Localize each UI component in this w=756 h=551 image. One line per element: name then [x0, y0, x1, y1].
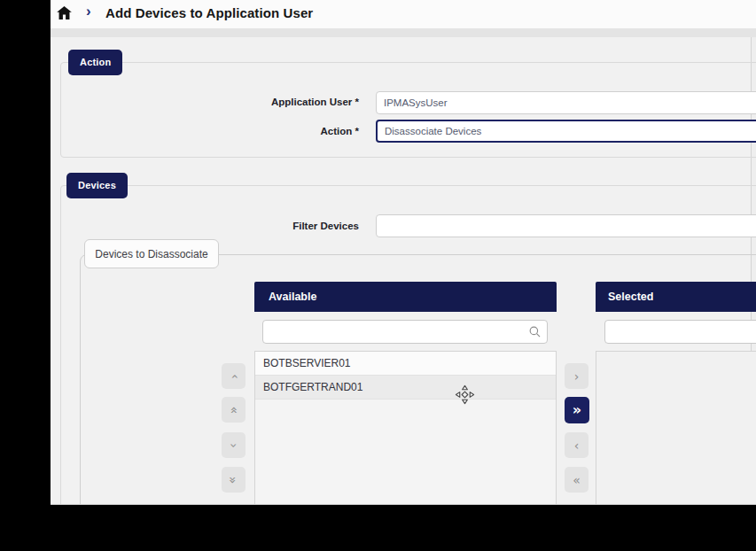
move-down-button[interactable]: › [222, 432, 246, 458]
chevron-down-icon: › [227, 443, 239, 448]
breadcrumb: › Add Devices to Application User [51, 0, 756, 28]
filter-devices-label: Filter Devices [139, 221, 359, 231]
transfer-left-button[interactable]: ‹ [565, 432, 588, 458]
selected-list [596, 351, 756, 505]
available-search [262, 320, 548, 344]
move-cursor-icon [455, 384, 475, 405]
application-user-input[interactable] [376, 91, 756, 114]
app-window: › Add Devices to Application User Action… [51, 0, 756, 505]
list-item[interactable]: BOTBSERVIER01 [255, 352, 556, 376]
move-bottom-button[interactable]: » [222, 467, 246, 493]
filter-devices-input[interactable] [376, 214, 756, 237]
chevron-left-icon: ‹ [574, 439, 580, 452]
selected-search-input[interactable] [604, 320, 756, 344]
search-icon [528, 325, 542, 338]
toolbar-strip [51, 28, 756, 37]
available-list: BOTBSERVIER01 BOTFGERTRAND01 [254, 351, 557, 505]
chevron-up-icon: › [227, 374, 239, 379]
application-user-label: Application User * [139, 97, 359, 107]
chevron-double-left-icon: « [573, 474, 581, 486]
chevron-right-icon: › [574, 370, 580, 383]
available-list-header: Available [254, 282, 557, 312]
available-search-input[interactable] [262, 320, 548, 344]
action-label: Action * [139, 126, 359, 136]
devices-panel-badge: Devices [66, 173, 128, 198]
home-icon[interactable] [56, 4, 73, 21]
chevron-double-down-icon: » [227, 476, 239, 484]
devices-to-disassociate-legend: Devices to Disassociate [84, 239, 219, 268]
move-top-button[interactable]: » [222, 397, 246, 423]
page-title: Add Devices to Application User [105, 5, 313, 20]
action-input[interactable] [376, 120, 756, 143]
selected-list-header: Selected [596, 282, 756, 312]
chevron-double-right-icon: » [573, 403, 581, 417]
list-item[interactable]: BOTFGERTRAND01 [255, 376, 556, 400]
transfer-all-left-button[interactable]: « [565, 467, 588, 493]
chevron-double-up-icon: » [227, 406, 239, 414]
move-up-button[interactable]: › [222, 363, 246, 389]
transfer-right-button[interactable]: › [565, 363, 588, 389]
action-panel-badge: Action [68, 50, 122, 75]
breadcrumb-chevron-icon: › [86, 3, 91, 20]
selected-search [604, 320, 756, 344]
transfer-all-right-button[interactable]: » [565, 397, 589, 423]
